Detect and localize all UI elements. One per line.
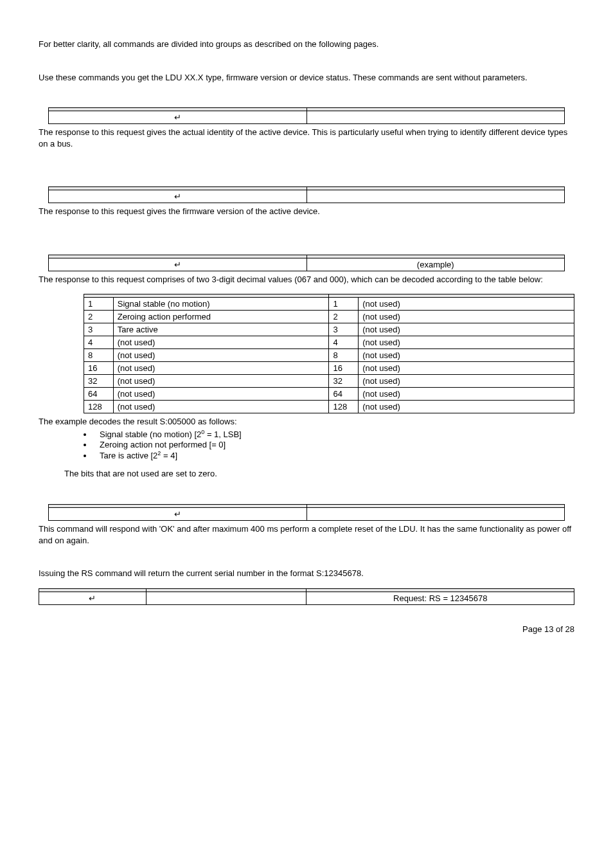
status-desc: (not used): [359, 362, 574, 375]
status-desc: Zeroing action performed: [113, 311, 329, 323]
status-code: 64: [84, 388, 114, 401]
status-desc: Tare active: [113, 323, 329, 336]
status-code: 1: [84, 298, 114, 311]
status-desc: (not used): [113, 349, 329, 362]
is-command-table: ↵ (example): [48, 255, 565, 271]
bullet-item: Tare is active [22 = 4]: [93, 450, 574, 460]
rs-intro: Issuing the RS command will return the c…: [39, 568, 574, 579]
status-code: 32: [329, 375, 359, 388]
status-code: 3: [329, 323, 359, 336]
status-code: 16: [329, 362, 359, 375]
status-code: 4: [329, 336, 359, 349]
status-desc: Signal stable (no motion): [113, 298, 329, 311]
status-desc: (not used): [113, 401, 329, 413]
status-desc: (not used): [113, 375, 329, 388]
status-desc: (not used): [359, 375, 574, 388]
status-desc: (not used): [113, 336, 329, 349]
status-desc: (not used): [359, 298, 574, 311]
enter-symbol: ↵: [49, 508, 307, 521]
is-desc: The response to this request comprises o…: [39, 274, 574, 285]
id-desc: The response to this request gives the a…: [39, 127, 574, 149]
status-code: 3: [84, 323, 114, 336]
decode-bullets: Signal stable (no motion) [20 = 1, LSB] …: [39, 429, 574, 461]
enter-symbol: ↵: [49, 190, 307, 203]
enter-symbol: ↵: [39, 592, 147, 604]
decode-intro: The example decodes the result S:005000 …: [39, 416, 574, 428]
rs-command-table: ↵ Request: RS = 12345678: [39, 588, 574, 605]
enter-symbol: ↵: [49, 258, 307, 271]
status-decode-table: 1Signal stable (no motion)1(not used)2Ze…: [84, 294, 574, 413]
bullet-item: Zeroing action not performed [= 0]: [93, 440, 574, 449]
status-code: 8: [329, 349, 359, 362]
status-code: 128: [84, 401, 114, 413]
page-footer: Page 13 of 28: [39, 624, 574, 634]
status-code: 32: [84, 375, 114, 388]
sr-command-table: ↵: [48, 504, 565, 521]
system-intro: Use these commands you get the LDU XX.X …: [39, 72, 574, 84]
status-desc: (not used): [359, 388, 574, 401]
status-desc: (not used): [359, 323, 574, 336]
status-desc: (not used): [359, 336, 574, 349]
status-desc: (not used): [359, 349, 574, 362]
status-desc: (not used): [113, 388, 329, 401]
status-code: 64: [329, 388, 359, 401]
intro-text: For better clarity, all commands are div…: [39, 39, 574, 50]
status-desc: (not used): [359, 311, 574, 323]
status-code: 1: [329, 298, 359, 311]
status-code: 2: [329, 311, 359, 323]
iv-command-table: ↵: [48, 186, 565, 203]
status-code: 16: [84, 362, 114, 375]
enter-symbol: ↵: [49, 111, 307, 124]
status-desc: (not used): [359, 401, 574, 413]
status-code: 2: [84, 311, 114, 323]
status-desc: (not used): [113, 362, 329, 375]
bits-zero: The bits that are not used are set to ze…: [64, 468, 574, 480]
is-example: (example): [306, 258, 565, 271]
sr-desc: This command will respond with 'OK' and …: [39, 523, 574, 546]
status-code: 4: [84, 336, 114, 349]
id-command-table: ↵: [48, 107, 565, 124]
status-code: 8: [84, 349, 114, 362]
status-code: 128: [329, 401, 359, 413]
bullet-item: Signal stable (no motion) [20 = 1, LSB]: [93, 429, 574, 439]
iv-desc: The response to this request gives the f…: [39, 206, 574, 217]
rs-request: Request: RS = 12345678: [306, 592, 574, 604]
